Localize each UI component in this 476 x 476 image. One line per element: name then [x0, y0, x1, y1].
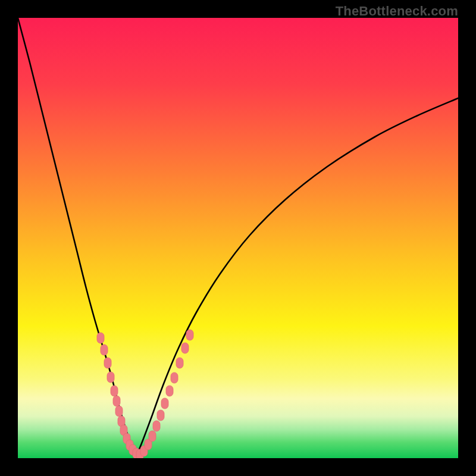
data-marker [101, 345, 108, 355]
plot-area [18, 18, 458, 458]
outer-frame: TheBottleneck.com [0, 0, 476, 476]
data-marker [181, 343, 189, 353]
data-marker [161, 398, 168, 409]
watermark-text: TheBottleneck.com [336, 4, 458, 19]
data-marker [115, 406, 123, 416]
data-marker [186, 330, 193, 340]
data-marker [176, 358, 183, 368]
data-marker [107, 372, 114, 383]
data-marker [104, 358, 111, 368]
data-marker [113, 396, 120, 406]
data-marker [153, 421, 160, 431]
data-marker [157, 410, 164, 421]
data-marker [149, 431, 156, 441]
data-marker [111, 386, 118, 396]
right-branch-curve [137, 98, 458, 455]
chart-svg [18, 18, 458, 458]
left-branch-curve [18, 18, 137, 455]
data-marker [166, 386, 173, 396]
data-marker [97, 333, 104, 343]
data-marker [171, 372, 178, 383]
